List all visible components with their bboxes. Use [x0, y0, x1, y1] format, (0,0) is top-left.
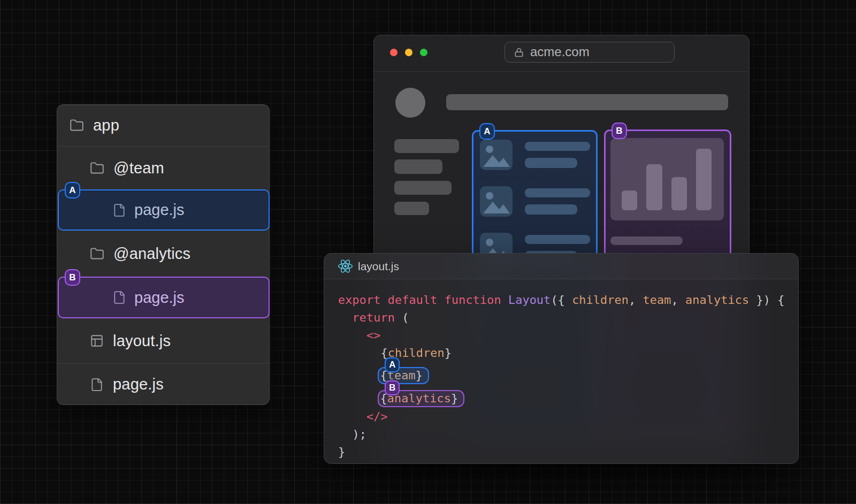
code-line: {children}	[338, 344, 793, 362]
tree-label: page.js	[113, 376, 164, 393]
chart-bar	[622, 190, 637, 210]
sidebar-skeleton-bar	[394, 202, 429, 215]
text-skeleton-bar	[525, 142, 590, 151]
slot-b-badge: B	[65, 269, 80, 286]
page-background: app @team A page.js @analytics B	[0, 0, 856, 504]
url-bar[interactable]: acme.com	[505, 42, 675, 63]
header-skeleton-bar	[446, 94, 728, 110]
tree-label: app	[93, 117, 119, 134]
text-skeleton-bar	[525, 188, 590, 197]
text-skeleton-bar	[525, 158, 577, 168]
chart-bar	[671, 177, 687, 210]
folder-icon	[90, 247, 104, 261]
bar-chart-placeholder	[610, 138, 724, 220]
code-line: }	[338, 443, 793, 461]
tree-label: layout.js	[113, 332, 171, 350]
folder-icon	[90, 161, 104, 175]
code-editor-panel: layout.js export default function Layout…	[324, 253, 799, 464]
analytics-slot-highlight-box: B{analytics}	[378, 390, 464, 407]
text-skeleton-bar	[525, 204, 577, 215]
slot-a-badge: A	[479, 123, 495, 140]
code-line: );	[338, 425, 793, 443]
text-skeleton-bar	[610, 236, 683, 245]
code-line: export default function Layout({ childre…	[338, 291, 793, 309]
slot-b-badge: B	[385, 380, 400, 395]
lock-icon	[514, 47, 524, 58]
tree-row-analytics[interactable]: @analytics	[57, 231, 269, 277]
code-filename: layout.js	[358, 260, 399, 273]
badge-letter: B	[389, 381, 395, 395]
tree-row-team[interactable]: @team	[57, 147, 269, 189]
url-text: acme.com	[530, 44, 590, 59]
file-tree-panel: app @team A page.js @analytics B	[57, 104, 270, 405]
sidebar-skeleton-bar	[394, 159, 442, 174]
code-line: </>	[338, 408, 793, 425]
code-line: A{team}	[338, 362, 793, 385]
file-icon	[90, 378, 104, 392]
code-content: export default function Layout({ childre…	[338, 279, 793, 463]
tree-row-analytics-page-highlighted[interactable]: B page.js	[58, 277, 270, 318]
file-icon	[112, 203, 126, 217]
badge-letter: A	[389, 358, 395, 372]
tree-label: page.js	[134, 201, 185, 219]
text-skeleton-bar	[525, 235, 590, 244]
image-placeholder	[480, 186, 513, 217]
list-item	[480, 140, 592, 172]
badge-letter: A	[484, 126, 490, 137]
tree-row-team-page-highlighted[interactable]: A page.js	[58, 189, 270, 231]
code-line: B{analytics}	[338, 385, 793, 408]
badge-letter: B	[69, 272, 75, 283]
slot-a-badge: A	[65, 182, 80, 198]
file-icon	[112, 291, 126, 304]
folder-icon	[70, 118, 84, 133]
tree-row-app[interactable]: app	[57, 105, 269, 146]
code-line: <>	[338, 326, 793, 344]
code-line: return (	[338, 309, 793, 326]
badge-letter: B	[616, 126, 622, 136]
zoom-button[interactable]	[420, 49, 427, 56]
code-editor-header: layout.js	[324, 254, 798, 279]
chart-bar	[696, 149, 712, 210]
slot-a-badge: A	[385, 357, 400, 372]
tree-label: @team	[113, 159, 164, 177]
tree-label: page.js	[134, 289, 185, 307]
react-icon	[338, 259, 353, 273]
slot-b-badge: B	[612, 123, 627, 139]
minimize-button[interactable]	[405, 49, 412, 56]
tree-label: @analytics	[113, 245, 190, 263]
sidebar-skeleton-bar	[394, 139, 459, 153]
list-item	[480, 186, 592, 218]
badge-letter: A	[69, 185, 75, 196]
tree-row-page[interactable]: page.js	[57, 364, 269, 405]
image-placeholder	[480, 140, 513, 170]
sidebar-skeleton-bar	[394, 181, 452, 195]
chart-bar	[646, 164, 662, 210]
tree-row-layout[interactable]: layout.js	[57, 318, 269, 363]
close-button[interactable]	[390, 49, 398, 56]
layout-icon	[90, 334, 104, 348]
avatar	[395, 88, 425, 118]
